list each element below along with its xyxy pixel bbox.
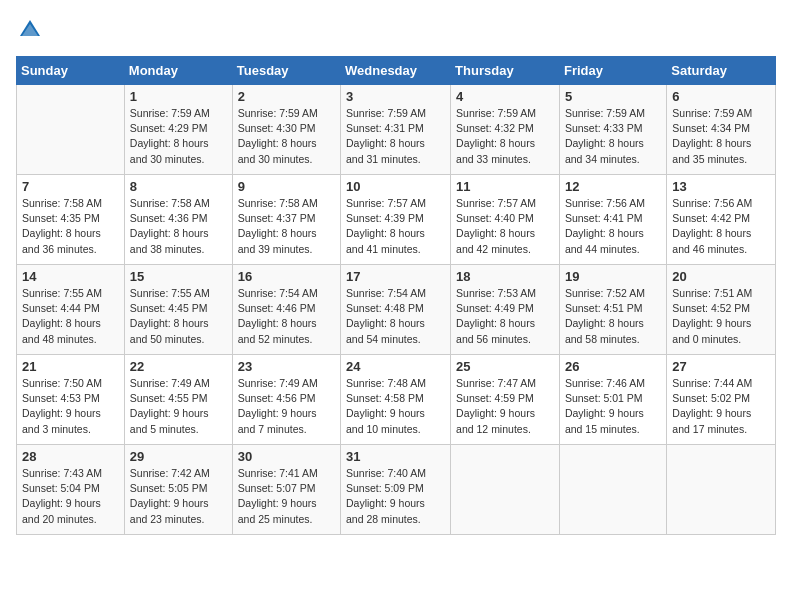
day-info: Sunrise: 7:58 AM Sunset: 4:37 PM Dayligh… [238,196,335,257]
calendar-cell: 17Sunrise: 7:54 AM Sunset: 4:48 PM Dayli… [341,265,451,355]
day-info: Sunrise: 7:57 AM Sunset: 4:40 PM Dayligh… [456,196,554,257]
day-number: 29 [130,449,227,464]
day-number: 22 [130,359,227,374]
day-info: Sunrise: 7:46 AM Sunset: 5:01 PM Dayligh… [565,376,661,437]
day-info: Sunrise: 7:57 AM Sunset: 4:39 PM Dayligh… [346,196,445,257]
day-number: 12 [565,179,661,194]
day-info: Sunrise: 7:56 AM Sunset: 4:42 PM Dayligh… [672,196,770,257]
day-info: Sunrise: 7:41 AM Sunset: 5:07 PM Dayligh… [238,466,335,527]
day-info: Sunrise: 7:53 AM Sunset: 4:49 PM Dayligh… [456,286,554,347]
calendar-cell: 22Sunrise: 7:49 AM Sunset: 4:55 PM Dayli… [124,355,232,445]
calendar-cell: 31Sunrise: 7:40 AM Sunset: 5:09 PM Dayli… [341,445,451,535]
day-info: Sunrise: 7:50 AM Sunset: 4:53 PM Dayligh… [22,376,119,437]
calendar-cell: 1Sunrise: 7:59 AM Sunset: 4:29 PM Daylig… [124,85,232,175]
calendar-cell: 9Sunrise: 7:58 AM Sunset: 4:37 PM Daylig… [232,175,340,265]
day-number: 2 [238,89,335,104]
calendar-week-row: 28Sunrise: 7:43 AM Sunset: 5:04 PM Dayli… [17,445,776,535]
day-header-sunday: Sunday [17,57,125,85]
day-number: 18 [456,269,554,284]
calendar-cell: 5Sunrise: 7:59 AM Sunset: 4:33 PM Daylig… [559,85,666,175]
day-info: Sunrise: 7:49 AM Sunset: 4:55 PM Dayligh… [130,376,227,437]
calendar-cell: 28Sunrise: 7:43 AM Sunset: 5:04 PM Dayli… [17,445,125,535]
calendar-table: SundayMondayTuesdayWednesdayThursdayFrid… [16,56,776,535]
logo [16,16,48,44]
day-info: Sunrise: 7:51 AM Sunset: 4:52 PM Dayligh… [672,286,770,347]
day-header-saturday: Saturday [667,57,776,85]
day-number: 14 [22,269,119,284]
day-number: 15 [130,269,227,284]
day-number: 20 [672,269,770,284]
day-header-wednesday: Wednesday [341,57,451,85]
day-info: Sunrise: 7:59 AM Sunset: 4:33 PM Dayligh… [565,106,661,167]
calendar-header-row: SundayMondayTuesdayWednesdayThursdayFrid… [17,57,776,85]
calendar-cell: 30Sunrise: 7:41 AM Sunset: 5:07 PM Dayli… [232,445,340,535]
day-info: Sunrise: 7:44 AM Sunset: 5:02 PM Dayligh… [672,376,770,437]
day-info: Sunrise: 7:56 AM Sunset: 4:41 PM Dayligh… [565,196,661,257]
calendar-cell: 13Sunrise: 7:56 AM Sunset: 4:42 PM Dayli… [667,175,776,265]
calendar-cell: 2Sunrise: 7:59 AM Sunset: 4:30 PM Daylig… [232,85,340,175]
logo-icon [16,16,44,44]
day-header-monday: Monday [124,57,232,85]
calendar-cell: 3Sunrise: 7:59 AM Sunset: 4:31 PM Daylig… [341,85,451,175]
day-info: Sunrise: 7:55 AM Sunset: 4:44 PM Dayligh… [22,286,119,347]
day-info: Sunrise: 7:54 AM Sunset: 4:48 PM Dayligh… [346,286,445,347]
day-number: 6 [672,89,770,104]
calendar-cell: 8Sunrise: 7:58 AM Sunset: 4:36 PM Daylig… [124,175,232,265]
calendar-cell: 10Sunrise: 7:57 AM Sunset: 4:39 PM Dayli… [341,175,451,265]
calendar-cell: 11Sunrise: 7:57 AM Sunset: 4:40 PM Dayli… [451,175,560,265]
day-info: Sunrise: 7:48 AM Sunset: 4:58 PM Dayligh… [346,376,445,437]
calendar-cell: 20Sunrise: 7:51 AM Sunset: 4:52 PM Dayli… [667,265,776,355]
day-number: 24 [346,359,445,374]
calendar-cell [559,445,666,535]
day-info: Sunrise: 7:49 AM Sunset: 4:56 PM Dayligh… [238,376,335,437]
day-number: 11 [456,179,554,194]
day-info: Sunrise: 7:58 AM Sunset: 4:36 PM Dayligh… [130,196,227,257]
calendar-week-row: 21Sunrise: 7:50 AM Sunset: 4:53 PM Dayli… [17,355,776,445]
calendar-cell [451,445,560,535]
calendar-cell [17,85,125,175]
day-info: Sunrise: 7:59 AM Sunset: 4:34 PM Dayligh… [672,106,770,167]
calendar-cell: 29Sunrise: 7:42 AM Sunset: 5:05 PM Dayli… [124,445,232,535]
day-number: 28 [22,449,119,464]
calendar-week-row: 1Sunrise: 7:59 AM Sunset: 4:29 PM Daylig… [17,85,776,175]
calendar-cell: 14Sunrise: 7:55 AM Sunset: 4:44 PM Dayli… [17,265,125,355]
day-info: Sunrise: 7:54 AM Sunset: 4:46 PM Dayligh… [238,286,335,347]
calendar-cell: 27Sunrise: 7:44 AM Sunset: 5:02 PM Dayli… [667,355,776,445]
calendar-cell: 19Sunrise: 7:52 AM Sunset: 4:51 PM Dayli… [559,265,666,355]
page-header [16,16,776,44]
calendar-cell: 15Sunrise: 7:55 AM Sunset: 4:45 PM Dayli… [124,265,232,355]
day-info: Sunrise: 7:59 AM Sunset: 4:31 PM Dayligh… [346,106,445,167]
day-number: 13 [672,179,770,194]
day-number: 16 [238,269,335,284]
calendar-cell: 7Sunrise: 7:58 AM Sunset: 4:35 PM Daylig… [17,175,125,265]
day-info: Sunrise: 7:59 AM Sunset: 4:30 PM Dayligh… [238,106,335,167]
day-header-tuesday: Tuesday [232,57,340,85]
calendar-cell: 21Sunrise: 7:50 AM Sunset: 4:53 PM Dayli… [17,355,125,445]
day-info: Sunrise: 7:58 AM Sunset: 4:35 PM Dayligh… [22,196,119,257]
day-number: 23 [238,359,335,374]
calendar-cell: 23Sunrise: 7:49 AM Sunset: 4:56 PM Dayli… [232,355,340,445]
calendar-week-row: 14Sunrise: 7:55 AM Sunset: 4:44 PM Dayli… [17,265,776,355]
day-number: 10 [346,179,445,194]
day-header-friday: Friday [559,57,666,85]
day-header-thursday: Thursday [451,57,560,85]
day-number: 27 [672,359,770,374]
day-number: 17 [346,269,445,284]
day-info: Sunrise: 7:59 AM Sunset: 4:29 PM Dayligh… [130,106,227,167]
day-number: 25 [456,359,554,374]
calendar-week-row: 7Sunrise: 7:58 AM Sunset: 4:35 PM Daylig… [17,175,776,265]
calendar-cell: 16Sunrise: 7:54 AM Sunset: 4:46 PM Dayli… [232,265,340,355]
calendar-cell: 18Sunrise: 7:53 AM Sunset: 4:49 PM Dayli… [451,265,560,355]
day-number: 1 [130,89,227,104]
calendar-cell: 26Sunrise: 7:46 AM Sunset: 5:01 PM Dayli… [559,355,666,445]
calendar-cell: 24Sunrise: 7:48 AM Sunset: 4:58 PM Dayli… [341,355,451,445]
day-number: 21 [22,359,119,374]
calendar-cell: 25Sunrise: 7:47 AM Sunset: 4:59 PM Dayli… [451,355,560,445]
day-number: 9 [238,179,335,194]
day-number: 8 [130,179,227,194]
day-info: Sunrise: 7:59 AM Sunset: 4:32 PM Dayligh… [456,106,554,167]
day-info: Sunrise: 7:40 AM Sunset: 5:09 PM Dayligh… [346,466,445,527]
calendar-cell: 6Sunrise: 7:59 AM Sunset: 4:34 PM Daylig… [667,85,776,175]
day-info: Sunrise: 7:47 AM Sunset: 4:59 PM Dayligh… [456,376,554,437]
calendar-cell: 4Sunrise: 7:59 AM Sunset: 4:32 PM Daylig… [451,85,560,175]
